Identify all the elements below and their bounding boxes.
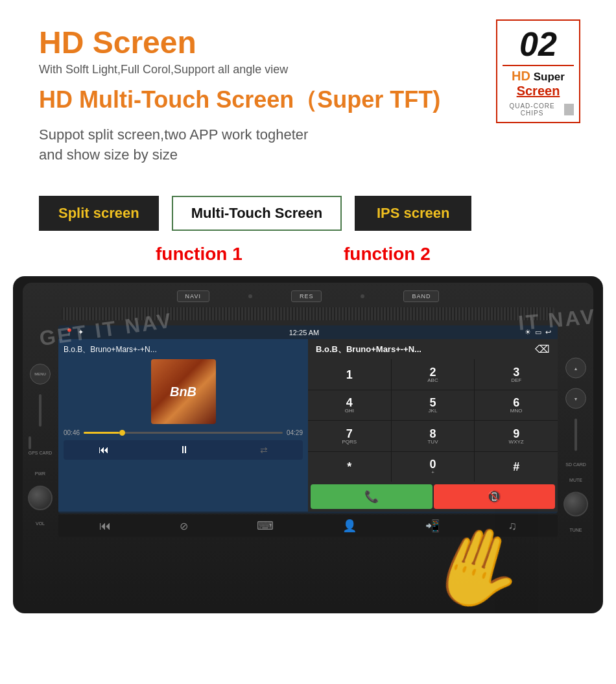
badge-number: 02 [503, 27, 574, 61]
nav-skip-back[interactable]: ⏮ [99, 519, 111, 533]
screen-area: 📍 ✦ 12:25 AM ☀ ▭ ↩ B.o.B、Bruno+Mars+-+N.… [58, 325, 558, 513]
call-reject-button[interactable]: 📵 [434, 484, 556, 509]
function-2-label: function 2 [344, 244, 431, 265]
battery-icon: ▭ [535, 328, 541, 336]
right-arrow-down[interactable]: ▼ [565, 388, 586, 409]
function-row: function 1 function 2 [0, 244, 616, 276]
navi-button[interactable]: NAVI [177, 290, 209, 302]
badge-super: Super [530, 71, 565, 83]
dial-6[interactable]: 6MNO [475, 390, 558, 421]
gps-label: GPS CARD [29, 451, 53, 455]
right-arrow-up[interactable]: ▲ [565, 358, 586, 379]
mute-label: MUTE [569, 478, 582, 482]
progress-bar[interactable] [84, 432, 283, 434]
nav-music[interactable]: ♫ [508, 519, 517, 533]
dial-4[interactable]: 4GHI [308, 390, 391, 421]
bottom-nav: ⏮ ⊘ ⌨ 👤 📲 ♫ [58, 515, 558, 537]
call-accept-button[interactable]: 📞 [311, 484, 432, 509]
back-icon[interactable]: ↩ [545, 328, 551, 336]
badge-chips: QUAD-CORE CHIPS [503, 102, 574, 117]
res-button[interactable]: RES [291, 290, 322, 302]
vol-knob[interactable] [28, 486, 53, 510]
chips-icon [564, 104, 574, 115]
badge-box: 02 HD Super Screen QUAD-CORE CHIPS [496, 19, 580, 123]
status-time: 12:25 AM [289, 329, 319, 336]
device-top-bar: NAVI RES BAND [23, 283, 593, 307]
badge-hd: HD [512, 69, 530, 83]
gps-card-group: GPS CARD [29, 436, 53, 455]
gps-bar [29, 436, 31, 449]
nav-phone-transfer[interactable]: 📲 [425, 519, 440, 533]
buttons-row: Split screen Multi-Touch Screen IPS scre… [39, 196, 577, 231]
side-bar-right [575, 419, 577, 451]
nav-keypad[interactable]: ⌨ [257, 519, 274, 533]
screen-content: B.o.B、Bruno+Mars+-+N... BnB 00:46 04:29 [58, 339, 558, 512]
badge-title-row: HD Super [503, 69, 574, 84]
dial-0[interactable]: 0+ [392, 452, 475, 482]
play-pause-button[interactable]: ⏸ [179, 444, 189, 456]
pwr-group: PWR [35, 470, 45, 476]
progress-dot [119, 430, 125, 436]
music-title: B.o.B、Bruno+Mars+-+N... [64, 344, 303, 355]
badge-divider [503, 65, 574, 66]
support-text-2: and show size by size [39, 145, 577, 165]
dial-1[interactable]: 1 [308, 359, 391, 390]
nav-contacts[interactable]: 👤 [342, 519, 357, 533]
dial-5[interactable]: 5JKL [392, 390, 475, 421]
dial-3[interactable]: 3DEF [475, 359, 558, 390]
top-section: HD Screen With Solft Light,Full Corol,Su… [0, 0, 616, 178]
speaker-grille [62, 307, 554, 320]
backspace-button[interactable]: ⌫ [535, 343, 550, 355]
support-text-1: Suppot split screen,two APP work toghete… [39, 125, 577, 145]
car-unit: NAVI RES BAND MENU GPS CARD PWR [13, 276, 603, 613]
album-art-inner: BnB [151, 359, 216, 424]
device-frame: NAVI RES BAND MENU GPS CARD PWR [23, 283, 593, 607]
location-icon: 📍 [65, 328, 74, 336]
status-icons-left: 📍 ✦ [65, 328, 84, 336]
prev-button[interactable]: ⏮ [99, 444, 109, 456]
dial-star[interactable]: * [308, 452, 391, 482]
time-total: 04:29 [287, 429, 303, 436]
call-buttons: 📞 📵 [308, 482, 558, 512]
side-right: ▲ ▼ SD CARD MUTE TUNE [558, 358, 593, 532]
music-controls: ⏮ ⏸ ⇄ [64, 440, 303, 460]
dial-2[interactable]: 2ABC [392, 359, 475, 390]
album-art: BnB [151, 359, 216, 424]
status-bar: 📍 ✦ 12:25 AM ☀ ▭ ↩ [58, 325, 558, 339]
top-dot-2 [361, 294, 364, 298]
ips-screen-button[interactable]: IPS screen [355, 196, 471, 231]
time-current: 00:46 [64, 429, 80, 436]
function-1-label: function 1 [156, 244, 243, 265]
pwr-label: PWR [35, 471, 45, 476]
split-screen-button[interactable]: Split screen [39, 196, 159, 231]
top-dot [248, 294, 252, 298]
badge-screen: Screen [503, 84, 574, 99]
tune-knob[interactable] [563, 492, 588, 517]
badge-chips-label: QUAD-CORE CHIPS [503, 102, 562, 117]
music-panel: B.o.B、Bruno+Mars+-+N... BnB 00:46 04:29 [58, 339, 308, 512]
multi-touch-button[interactable]: Multi-Touch Screen [172, 196, 342, 231]
menu-button[interactable]: MENU [30, 364, 51, 384]
shuffle-icon: ⇄ [260, 445, 268, 455]
phone-panel: B.o.B、Bruno+Mars+-+N... ⌫ 1 2ABC 3DEF 4G… [308, 339, 558, 512]
dial-hash[interactable]: # [475, 452, 558, 482]
tune-label: TUNE [569, 528, 582, 532]
progress-fill [84, 432, 119, 434]
brightness-icon: ☀ [525, 328, 531, 336]
nav-bluetooth-off: ⊘ [180, 520, 188, 532]
progress-row: 00:46 04:29 [64, 429, 303, 436]
band-button[interactable]: BAND [403, 290, 439, 302]
vol-label: VOL [36, 521, 45, 526]
dial-7[interactable]: 7PQRS [308, 421, 391, 451]
status-icons-right: ☀ ▭ ↩ [525, 328, 551, 336]
sd-label: SD CARD [565, 462, 586, 467]
side-menu-group: MENU [30, 364, 51, 384]
dial-9[interactable]: 9WXYZ [475, 421, 558, 451]
dialpad: 1 2ABC 3DEF 4GHI 5JKL 6MNO 7PQRS 8TUV 9W… [308, 359, 558, 482]
side-left: MENU GPS CARD PWR VOL [23, 364, 58, 526]
main-container: HD Screen With Solft Light,Full Corol,Su… [0, 0, 616, 684]
caller-name: B.o.B、Bruno+Mars+-+N... [316, 344, 421, 355]
dial-8[interactable]: 8TUV [392, 421, 475, 451]
side-bar-left [39, 394, 41, 427]
bluetooth-icon: ✦ [78, 328, 84, 336]
